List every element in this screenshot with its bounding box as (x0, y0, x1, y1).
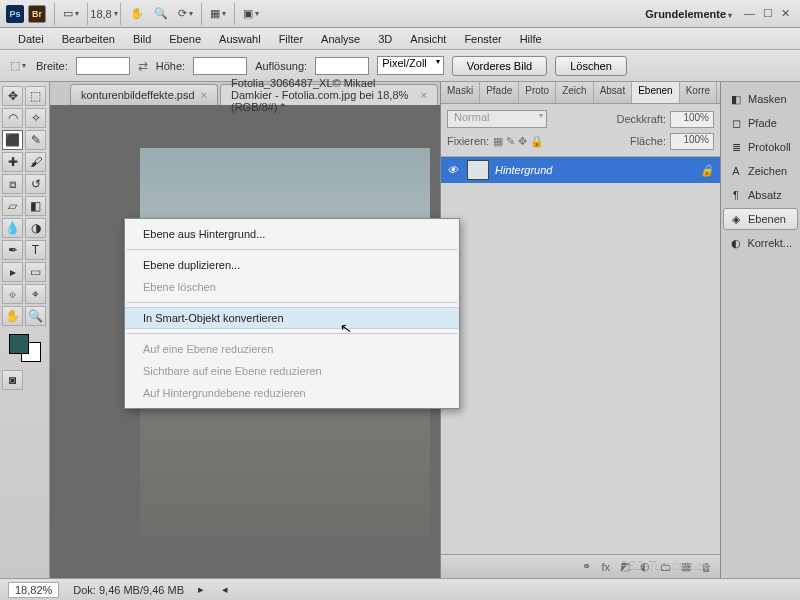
menu-auswahl[interactable]: Auswahl (211, 31, 269, 47)
dock-pfade[interactable]: ◻Pfade (723, 112, 798, 134)
panel-tab[interactable]: Proto (519, 82, 556, 103)
panel-tab[interactable]: Absat (594, 82, 633, 103)
gradient-tool-icon[interactable]: ◧ (25, 196, 46, 216)
workspace-switcher[interactable]: Grundelemente (637, 8, 740, 20)
panel-tab-ebenen[interactable]: Ebenen (632, 82, 679, 103)
layer-mask-icon[interactable]: ◩ (620, 560, 630, 573)
menu-ebene[interactable]: Ebene (161, 31, 209, 47)
panel-tab[interactable]: Korre (680, 82, 717, 103)
menu-fenster[interactable]: Fenster (456, 31, 509, 47)
menu-3d[interactable]: 3D (370, 31, 400, 47)
type-tool-icon[interactable]: T (25, 240, 46, 260)
marquee-tool-icon[interactable]: ⬚ (25, 86, 46, 106)
separator (127, 333, 457, 334)
menu-analyse[interactable]: Analyse (313, 31, 368, 47)
dock-absatz[interactable]: ¶Absatz (723, 184, 798, 206)
screen-mode-dropdown[interactable]: ▣ (241, 5, 261, 23)
arrange-docs-dropdown[interactable]: ▦ (208, 5, 228, 23)
history-icon: ≣ (729, 140, 743, 154)
width-input[interactable] (76, 57, 130, 75)
front-image-button[interactable]: Vorderes Bild (452, 56, 547, 76)
zoom-level-dropdown[interactable]: 18,8 (94, 5, 114, 23)
layer-group-icon[interactable]: 🗀 (660, 561, 671, 573)
zoom-tool-icon[interactable]: 🔍 (151, 5, 171, 23)
zoom-field[interactable]: 18,82% (8, 582, 59, 598)
shape-tool-icon[interactable]: ▭ (25, 262, 46, 282)
maximize-icon[interactable]: ☐ (763, 7, 773, 20)
resolution-input[interactable] (315, 57, 369, 75)
tab-close-icon[interactable]: × (201, 89, 207, 101)
close-icon[interactable]: ✕ (781, 7, 790, 20)
3d-tool-icon[interactable]: ⟐ (2, 284, 23, 304)
opacity-input[interactable]: 100% (670, 111, 714, 128)
scroll-left-icon[interactable]: ◂ (222, 583, 228, 596)
3d-cam-icon[interactable]: ⌖ (25, 284, 46, 304)
lasso-tool-icon[interactable]: ◠ (2, 108, 23, 128)
layer-thumbnail[interactable] (467, 160, 489, 180)
blur-tool-icon[interactable]: 💧 (2, 218, 23, 238)
clear-button[interactable]: Löschen (555, 56, 627, 76)
menu-bild[interactable]: Bild (125, 31, 159, 47)
menu-datei[interactable]: Datei (10, 31, 52, 47)
separator (127, 302, 457, 303)
crop-tool-preset-icon[interactable]: ⬚ (8, 57, 28, 75)
status-dropdown-icon[interactable]: ▸ (198, 583, 204, 596)
hand-tool2-icon[interactable]: ✋ (2, 306, 23, 326)
pen-tool-icon[interactable]: ✒ (2, 240, 23, 260)
visibility-icon[interactable]: 👁 (447, 164, 461, 176)
color-swatches[interactable] (9, 334, 41, 362)
opacity-label: Deckkraft: (616, 113, 666, 125)
layers-panel-footer: ⚭ fx ◩ ◐ 🗀 ▦ 🗑 (441, 554, 720, 578)
zoom-tool2-icon[interactable]: 🔍 (25, 306, 46, 326)
panel-tab[interactable]: Zeich (556, 82, 593, 103)
blend-mode-select[interactable]: Normal (447, 110, 547, 128)
dock-label: Ebenen (748, 213, 786, 225)
bridge-app-icon[interactable]: Br (28, 5, 46, 23)
heal-tool-icon[interactable]: ✚ (2, 152, 23, 172)
panel-tab[interactable]: Pfade (480, 82, 519, 103)
menu-hilfe[interactable]: Hilfe (512, 31, 550, 47)
link-layers-icon[interactable]: ⚭ (582, 560, 591, 573)
tab-close-icon[interactable]: × (421, 89, 427, 101)
dodge-tool-icon[interactable]: ◑ (25, 218, 46, 238)
swap-dims-icon[interactable]: ⇄ (138, 59, 148, 73)
wand-tool-icon[interactable]: ✧ (25, 108, 46, 128)
minimize-icon[interactable]: — (744, 7, 755, 20)
new-layer-icon[interactable]: ▦ (681, 560, 691, 573)
eyedropper-tool-icon[interactable]: ✎ (25, 130, 46, 150)
stamp-tool-icon[interactable]: ⧈ (2, 174, 23, 194)
crop-tool-icon[interactable]: ⬛ (2, 130, 23, 150)
document-tab[interactable]: Fotolia_3066487_XL© Mikael Damkier - Fot… (220, 84, 438, 105)
hand-tool-icon[interactable]: ✋ (127, 5, 147, 23)
panel-tab[interactable]: Maski (441, 82, 480, 103)
history-brush-icon[interactable]: ↺ (25, 174, 46, 194)
dock-protokoll[interactable]: ≣Protokoll (723, 136, 798, 158)
layer-row[interactable]: 👁 Hintergrund 🔒 (441, 157, 720, 183)
units-select[interactable]: Pixel/Zoll (377, 56, 444, 75)
brush-tool-icon[interactable]: 🖌 (25, 152, 46, 172)
fill-input[interactable]: 100% (670, 133, 714, 150)
menu-filter[interactable]: Filter (271, 31, 311, 47)
ctx-ebene-duplizieren[interactable]: Ebene duplizieren... (125, 254, 459, 276)
dock-masken[interactable]: ◧Masken (723, 88, 798, 110)
lock-icons[interactable]: ▦ ✎ ✥ 🔒 (493, 135, 544, 148)
adjustment-layer-icon[interactable]: ◐ (640, 560, 650, 573)
document-tab[interactable]: konturenbildeffekte.psd× (70, 84, 218, 105)
move-tool-icon[interactable]: ✥ (2, 86, 23, 106)
menu-ansicht[interactable]: Ansicht (402, 31, 454, 47)
dock-ebenen[interactable]: ◈Ebenen (723, 208, 798, 230)
ctx-hintergrund-reduzieren: Auf Hintergrundebene reduzieren (125, 382, 459, 404)
layer-fx-icon[interactable]: fx (601, 561, 610, 573)
ctx-smartobjekt-konvertieren[interactable]: In Smart-Objekt konvertieren (125, 307, 459, 329)
height-input[interactable] (193, 57, 247, 75)
dock-zeichen[interactable]: AZeichen (723, 160, 798, 182)
dock-korrekt[interactable]: ◐Korrekt... (723, 232, 798, 254)
rotate-view-icon[interactable]: ⟳ (175, 5, 195, 23)
quickmask-icon[interactable]: ◙ (2, 370, 23, 390)
eraser-tool-icon[interactable]: ▱ (2, 196, 23, 216)
view-mode-dropdown[interactable]: ▭ (61, 5, 81, 23)
path-select-icon[interactable]: ▸ (2, 262, 23, 282)
menu-bearbeiten[interactable]: Bearbeiten (54, 31, 123, 47)
delete-layer-icon[interactable]: 🗑 (701, 561, 712, 573)
ctx-ebene-aus-hintergrund[interactable]: Ebene aus Hintergrund... (125, 223, 459, 245)
